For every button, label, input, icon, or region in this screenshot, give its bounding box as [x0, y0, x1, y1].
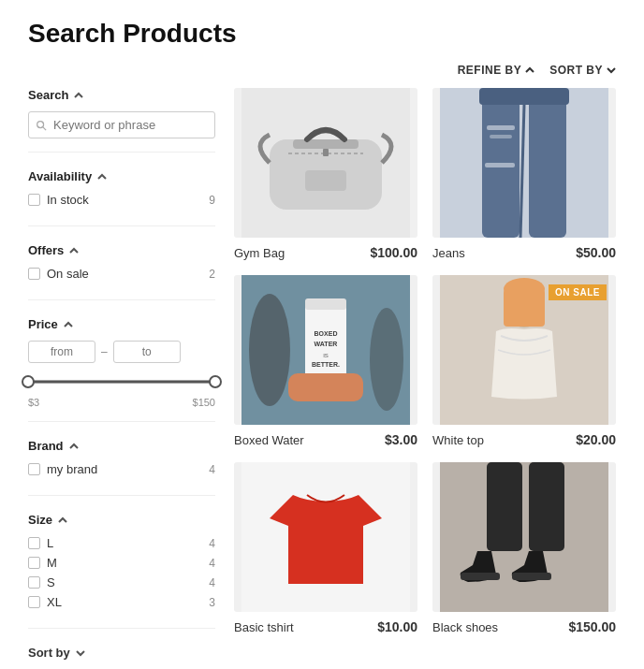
product-card-jeans[interactable]: Jeans $50.00	[432, 88, 616, 260]
product-card-basic-tshirt[interactable]: Basic tshirt $10.00	[234, 462, 417, 634]
on-sale-count: 2	[209, 268, 215, 281]
product-card-white-top[interactable]: ON SALE	[432, 275, 616, 447]
offers-filter-section: Offers On sale 2	[28, 243, 215, 300]
size-filter-title[interactable]: Size	[28, 513, 215, 527]
sort-by-top-label: SORT BY	[549, 64, 603, 77]
size-S-label[interactable]: S	[47, 575, 55, 589]
page-title: Search Products	[28, 19, 616, 49]
on-sale-label[interactable]: On sale	[47, 267, 89, 281]
products-grid: Gym Bag $100.00	[234, 88, 616, 634]
range-thumb-left[interactable]	[22, 375, 35, 388]
my-brand-count: 4	[209, 463, 215, 476]
my-brand-label[interactable]: my brand	[47, 462, 97, 476]
svg-rect-32	[487, 462, 522, 551]
product-img-gym-bag	[234, 88, 417, 238]
size-L-count: 4	[209, 537, 215, 550]
price-filter-section: Price – $3 $150	[28, 317, 215, 422]
price-min-label: $3	[28, 397, 39, 408]
product-card-boxed-water[interactable]: BOXED WATER IS BETTER. Boxed Water	[234, 275, 417, 447]
availability-filter-section: Availability In stock 9	[28, 169, 215, 226]
sort-chevron-down-icon	[76, 648, 85, 658]
refine-by-button[interactable]: REFINE BY	[458, 64, 535, 77]
product-name-black-shoes: Black shoes	[432, 620, 498, 634]
size-S-count: 4	[209, 576, 215, 589]
size-M-row: M 4	[28, 556, 215, 570]
svg-point-0	[37, 121, 44, 127]
svg-text:WATER: WATER	[315, 341, 338, 347]
offers-chevron-up-icon	[69, 246, 79, 255]
my-brand-checkbox[interactable]	[28, 463, 40, 475]
price-chevron-up-icon	[64, 320, 73, 329]
sort-by-section: Sort by	[28, 646, 215, 660]
product-info-basic-tshirt: Basic tshirt $10.00	[234, 619, 417, 634]
sort-by-label: Sort by	[28, 646, 70, 660]
chevron-up-icon	[525, 65, 534, 75]
brand-chevron-up-icon	[69, 442, 79, 451]
products-grid-container: Gym Bag $100.00	[234, 88, 616, 660]
sort-by-top-button[interactable]: SORT BY	[549, 64, 616, 77]
product-img-basic-tshirt	[234, 462, 417, 612]
product-price-boxed-water: $3.00	[385, 432, 417, 447]
brand-mybrand-row: my brand 4	[28, 462, 215, 476]
search-filter-title[interactable]: Search	[28, 88, 215, 102]
product-info-jeans: Jeans $50.00	[432, 245, 616, 260]
availability-in-stock-row: In stock 9	[28, 193, 215, 207]
size-S-row: S 4	[28, 575, 215, 589]
sort-by-button[interactable]: Sort by	[28, 646, 215, 660]
product-price-jeans: $50.00	[576, 245, 616, 260]
product-info-gym-bag: Gym Bag $100.00	[234, 245, 417, 260]
size-M-label[interactable]: M	[47, 556, 57, 570]
size-XL-row: XL 3	[28, 595, 215, 609]
size-L-checkbox[interactable]	[28, 537, 40, 549]
availability-filter-title[interactable]: Availability	[28, 169, 215, 183]
in-stock-checkbox[interactable]	[28, 194, 40, 206]
product-img-boxed-water: BOXED WATER IS BETTER.	[234, 275, 417, 425]
brand-filter-section: Brand my brand 4	[28, 439, 215, 496]
svg-rect-35	[512, 573, 551, 580]
product-price-black-shoes: $150.00	[568, 619, 616, 634]
product-card-gym-bag[interactable]: Gym Bag $100.00	[234, 88, 417, 260]
brand-filter-title[interactable]: Brand	[28, 439, 215, 453]
svg-rect-34	[461, 573, 500, 580]
svg-text:IS: IS	[323, 353, 329, 358]
product-info-black-shoes: Black shoes $150.00	[432, 619, 616, 634]
svg-rect-33	[529, 462, 564, 551]
price-range-slider[interactable]	[28, 372, 215, 391]
size-L-label[interactable]: L	[47, 536, 53, 550]
product-name-basic-tshirt: Basic tshirt	[234, 620, 294, 634]
product-name-boxed-water: Boxed Water	[234, 433, 304, 447]
svg-rect-23	[288, 373, 363, 401]
product-img-black-shoes	[432, 462, 616, 612]
size-filter-section: Size L 4 M 4	[28, 513, 215, 629]
product-name-white-top: White top	[432, 433, 484, 447]
sidebar: Search Availability In stock	[28, 88, 215, 660]
svg-point-25	[370, 308, 403, 411]
search-input-wrap	[28, 111, 215, 138]
svg-text:BETTER.: BETTER.	[312, 361, 340, 368]
svg-line-1	[43, 127, 46, 130]
product-info-boxed-water: Boxed Water $3.00	[234, 432, 417, 447]
size-S-checkbox[interactable]	[28, 576, 40, 589]
size-L-row: L 4	[28, 536, 215, 550]
on-sale-checkbox[interactable]	[28, 268, 40, 280]
svg-rect-6	[323, 149, 329, 156]
price-filter-title[interactable]: Price	[28, 317, 215, 331]
svg-point-24	[249, 294, 290, 406]
price-to-input[interactable]	[113, 341, 181, 363]
svg-rect-13	[485, 163, 515, 167]
price-range-inputs: –	[28, 341, 215, 363]
in-stock-label[interactable]: In stock	[47, 193, 89, 207]
size-M-checkbox[interactable]	[28, 557, 40, 569]
offers-filter-title[interactable]: Offers	[28, 243, 215, 257]
price-max-label: $150	[193, 397, 215, 408]
search-input[interactable]	[28, 111, 215, 138]
product-card-black-shoes[interactable]: Black shoes $150.00	[432, 462, 616, 634]
product-name-gym-bag: Gym Bag	[234, 246, 285, 260]
svg-rect-12	[490, 135, 512, 138]
svg-text:BOXED: BOXED	[315, 330, 338, 337]
range-thumb-right[interactable]	[209, 375, 222, 388]
size-XL-checkbox[interactable]	[28, 596, 40, 608]
size-XL-label[interactable]: XL	[47, 595, 62, 609]
offers-on-sale-row: On sale 2	[28, 267, 215, 281]
price-from-input[interactable]	[28, 341, 95, 363]
